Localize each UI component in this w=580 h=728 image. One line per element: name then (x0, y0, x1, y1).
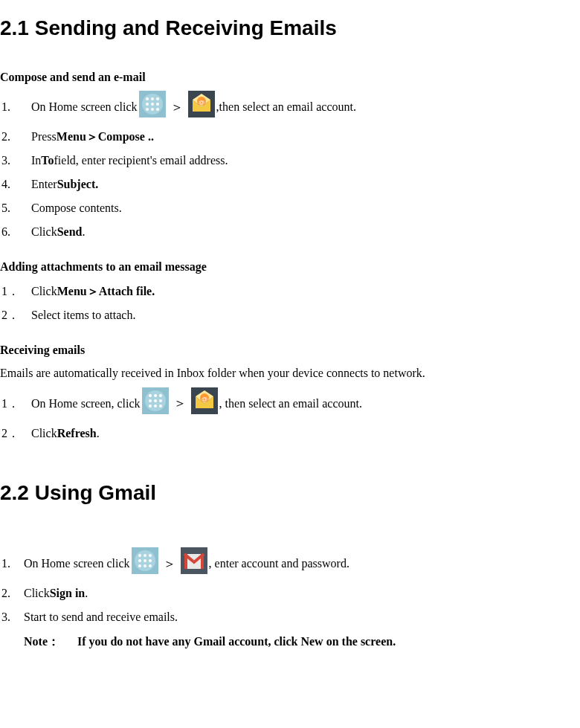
step-text: Select items to attach. (31, 306, 135, 325)
note-row: Note： If you do not have any Gmail accou… (24, 632, 580, 651)
step-number: 1. (0, 97, 31, 117)
list-item: 1. On Home screen click ＞ (0, 91, 580, 123)
step-number: 1. (0, 554, 24, 573)
step-number: 2． (0, 306, 31, 325)
step-bold: Subject. (57, 175, 99, 194)
svg-point-18 (159, 394, 162, 397)
list-item: 2. Press Menu＞Compose .. (0, 126, 580, 147)
receiving-desc: Emails are automatically received in Inb… (0, 364, 580, 383)
step-text: Click (31, 222, 57, 242)
list-item: 2. Click Sign in . (0, 583, 580, 604)
step-number: 1． (0, 394, 31, 413)
svg-point-21 (159, 399, 162, 402)
step-text: field, enter recipient's email address. (54, 151, 228, 170)
list-item: 3. Start to send and receive emails. (0, 607, 580, 628)
svg-point-8 (146, 108, 149, 111)
step-text: Click (31, 424, 57, 443)
step-text: On Home screen click (31, 97, 138, 117)
list-item: 5. Compose contents. (0, 198, 580, 219)
list-item: 3. In To field, enter recipient's email … (0, 150, 580, 171)
list-item: 2． Click Refresh . (0, 422, 580, 443)
step-number: 5. (0, 199, 31, 218)
step-bold: Menu＞Attach file. (57, 282, 155, 301)
step-text: . (97, 424, 100, 443)
svg-point-31 (144, 554, 146, 557)
step-number: 2． (0, 424, 31, 443)
list-item: 1. On Home screen click ＞ (0, 547, 580, 580)
list-item: 2． Select items to attach. (0, 305, 580, 326)
svg-point-38 (149, 564, 152, 567)
svg-point-24 (159, 405, 162, 408)
step-number: 6. (0, 222, 31, 242)
svg-rect-41 (184, 554, 187, 569)
svg-point-36 (138, 564, 141, 567)
svg-point-7 (156, 103, 159, 106)
arrow-icon: ＞ (173, 393, 187, 414)
svg-point-20 (154, 399, 157, 402)
attachments-steps: 1． Click Menu＞Attach file. 2． Select ite… (0, 281, 580, 326)
compose-heading: Compose and send an e-mail (0, 68, 580, 87)
svg-point-30 (138, 554, 141, 557)
step-bold: Menu＞Compose .. (57, 127, 154, 146)
section-22-title: 2.2 Using Gmail (0, 477, 580, 510)
svg-point-10 (156, 108, 159, 111)
svg-text:@: @ (199, 99, 204, 106)
svg-point-16 (149, 394, 152, 397)
svg-point-33 (138, 559, 141, 562)
step-text: Press (31, 127, 57, 146)
note-text: If you do not have any Gmail account, cl… (77, 632, 396, 651)
step-text: , then select an email account. (219, 394, 362, 413)
arrow-icon: ＞ (163, 553, 176, 575)
step-text: Enter (31, 175, 57, 194)
step-bold: Sign in (50, 584, 86, 603)
step-number: 2. (0, 584, 24, 603)
receiving-heading: Receiving emails (0, 341, 580, 360)
note-label: Note： (24, 632, 59, 651)
svg-point-34 (144, 559, 146, 562)
apps-grid-icon (132, 547, 158, 580)
step-text: In (31, 151, 41, 170)
step-text: , enter account and password. (209, 554, 349, 573)
attachments-heading: Adding attachments to an email message (0, 257, 580, 277)
receiving-steps: 1． On Home screen, click ＞ (0, 387, 580, 444)
step-text: Start to send and receive emails. (24, 608, 178, 627)
svg-point-23 (154, 405, 157, 408)
apps-grid-icon (139, 91, 166, 123)
step-bold: Refresh (57, 424, 97, 443)
gmail-app-icon (181, 547, 207, 580)
svg-point-5 (146, 103, 149, 106)
list-item: 6. Click Send . (0, 222, 580, 242)
step-text: Click (24, 584, 50, 603)
step-text: . (85, 584, 88, 603)
svg-point-37 (144, 564, 146, 567)
gmail-steps: 1. On Home screen click ＞ (0, 547, 580, 628)
svg-point-6 (151, 103, 154, 106)
section-21-title: 2.1 Sending and Receiving Emails (0, 12, 580, 45)
svg-point-3 (151, 97, 154, 100)
svg-point-17 (154, 394, 157, 397)
svg-text:@: @ (202, 396, 207, 402)
step-bold: To (41, 151, 54, 170)
svg-point-9 (151, 108, 154, 111)
svg-point-32 (149, 554, 152, 557)
svg-point-35 (149, 559, 152, 562)
step-number: 1． (0, 282, 31, 301)
arrow-icon: ＞ (170, 97, 184, 118)
email-app-icon: @ (191, 387, 218, 420)
list-item: 4. Enter Subject. (0, 174, 580, 195)
email-app-icon: @ (188, 91, 215, 123)
step-text: Click (31, 282, 57, 301)
svg-point-4 (156, 97, 159, 100)
step-number: 2. (0, 127, 31, 146)
step-text: . (82, 222, 85, 242)
step-text: Compose contents. (31, 199, 122, 218)
svg-point-2 (146, 97, 149, 100)
svg-rect-42 (201, 554, 204, 569)
compose-steps: 1. On Home screen click ＞ (0, 91, 580, 242)
list-item: 1． Click Menu＞Attach file. (0, 281, 580, 302)
step-text: ,then select an email account. (216, 97, 356, 117)
step-number: 3. (0, 608, 24, 627)
apps-grid-icon (142, 387, 169, 420)
step-text: On Home screen click (24, 554, 130, 573)
step-number: 3. (0, 151, 31, 170)
